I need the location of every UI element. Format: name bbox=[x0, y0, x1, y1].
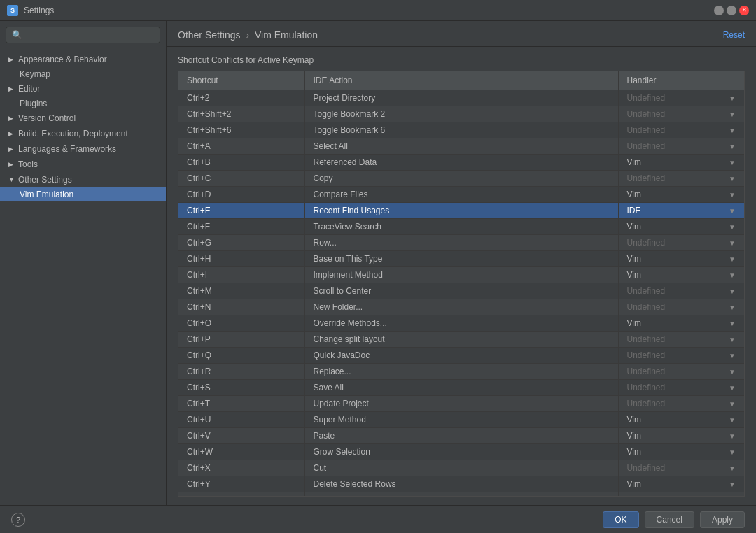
table-row[interactable]: Ctrl+BReferenced DataVim▼ bbox=[178, 155, 744, 171]
dropdown-arrow-icon[interactable]: ▼ bbox=[729, 400, 736, 408]
sidebar-item-other-settings[interactable]: ▼Other Settings bbox=[0, 172, 166, 187]
dropdown-arrow-icon[interactable]: ▼ bbox=[729, 384, 736, 392]
table-row[interactable]: Ctrl+OOverride Methods...Vim▼ bbox=[178, 315, 744, 332]
table-row[interactable]: Ctrl+CCopyUndefined▼ bbox=[178, 171, 744, 187]
sidebar-item-appearance[interactable]: ▶Appearance & Behavior bbox=[0, 52, 166, 67]
table-row[interactable]: Ctrl+VPasteVim▼ bbox=[178, 428, 744, 444]
cell-handler[interactable]: Vim▼ bbox=[618, 251, 744, 267]
help-button[interactable]: ? bbox=[11, 513, 25, 527]
table-row[interactable]: Ctrl+MScroll to CenterUndefined▼ bbox=[178, 283, 744, 299]
table-row[interactable]: Ctrl+Shift+6Toggle Bookmark 6Undefined▼ bbox=[178, 122, 744, 138]
cancel-button[interactable]: Cancel bbox=[645, 511, 694, 528]
cell-handler[interactable]: Undefined▼ bbox=[618, 106, 744, 122]
table-row[interactable]: Ctrl+左方括号Move Caret to Code Block StartV… bbox=[178, 492, 744, 497]
table-row[interactable]: Ctrl+PChange split layoutUndefined▼ bbox=[178, 332, 744, 348]
table-row[interactable]: Ctrl+NNew Folder...Undefined▼ bbox=[178, 299, 744, 315]
sidebar-item-vim-emulation[interactable]: Vim Emulation bbox=[0, 187, 166, 201]
dropdown-arrow-icon[interactable]: ▼ bbox=[729, 223, 736, 231]
sidebar-item-build-execution[interactable]: ▶Build, Execution, Deployment bbox=[0, 126, 166, 141]
dropdown-arrow-icon[interactable]: ▼ bbox=[729, 352, 736, 360]
close-button[interactable]: ✕ bbox=[739, 6, 749, 15]
sidebar-item-version-control[interactable]: ▶Version Control bbox=[0, 111, 166, 126]
table-row[interactable]: Ctrl+FTraceView SearchVim▼ bbox=[178, 219, 744, 235]
table-row[interactable]: Ctrl+ERecent Find UsagesIDE▼ bbox=[178, 203, 744, 219]
cell-handler[interactable]: Vim▼ bbox=[618, 476, 744, 492]
dropdown-arrow-icon[interactable]: ▼ bbox=[729, 432, 736, 440]
table-row[interactable]: Ctrl+ASelect AllUndefined▼ bbox=[178, 138, 744, 155]
sidebar-item-editor[interactable]: ▶Editor bbox=[0, 81, 166, 97]
dropdown-arrow-icon[interactable]: ▼ bbox=[729, 336, 736, 343]
table-container[interactable]: Shortcut IDE Action Handler Ctrl+2Projec… bbox=[178, 71, 745, 497]
dropdown-arrow-icon[interactable]: ▼ bbox=[729, 94, 736, 102]
cell-handler[interactable]: Vim▼ bbox=[618, 219, 744, 235]
dropdown-arrow-icon[interactable]: ▼ bbox=[729, 127, 736, 134]
minimize-button[interactable] bbox=[714, 6, 724, 15]
dropdown-arrow-icon[interactable]: ▼ bbox=[729, 191, 736, 199]
dropdown-arrow-icon[interactable]: ▼ bbox=[729, 368, 736, 376]
table-row[interactable]: Ctrl+TUpdate ProjectUndefined▼ bbox=[178, 396, 744, 412]
cell-handler[interactable]: Vim▼ bbox=[618, 428, 744, 444]
sidebar-item-languages[interactable]: ▶Languages & Frameworks bbox=[0, 141, 166, 157]
cell-handler[interactable]: Vim▼ bbox=[618, 315, 744, 332]
dropdown-arrow-icon[interactable]: ▼ bbox=[729, 159, 736, 166]
sidebar-item-plugins[interactable]: Plugins bbox=[0, 97, 166, 111]
cell-handler[interactable]: Undefined▼ bbox=[618, 396, 744, 412]
dropdown-arrow-icon[interactable]: ▼ bbox=[729, 304, 736, 311]
sidebar-item-tools[interactable]: ▶Tools bbox=[0, 157, 166, 172]
dropdown-arrow-icon[interactable]: ▼ bbox=[729, 111, 736, 118]
dropdown-arrow-icon[interactable]: ▼ bbox=[729, 464, 736, 472]
table-row[interactable]: Ctrl+RReplace...Undefined▼ bbox=[178, 364, 744, 380]
table-row[interactable]: Ctrl+USuper MethodVim▼ bbox=[178, 412, 744, 428]
cell-handler[interactable]: Undefined▼ bbox=[618, 122, 744, 138]
dropdown-arrow-icon[interactable]: ▼ bbox=[729, 255, 736, 263]
ok-button[interactable]: OK bbox=[603, 511, 638, 528]
cell-handler[interactable]: Vim▼ bbox=[618, 155, 744, 171]
table-row[interactable]: Ctrl+SSave AllUndefined▼ bbox=[178, 380, 744, 396]
maximize-button[interactable] bbox=[727, 6, 736, 15]
cell-action: Cut bbox=[304, 460, 618, 476]
cell-handler[interactable]: Undefined▼ bbox=[618, 348, 744, 364]
cell-handler[interactable]: Vim▼ bbox=[618, 492, 744, 497]
table-row[interactable]: Ctrl+2Project DirectoryUndefined▼ bbox=[178, 90, 744, 106]
cell-handler[interactable]: Undefined▼ bbox=[618, 283, 744, 299]
dropdown-arrow-icon[interactable]: ▼ bbox=[729, 287, 736, 295]
table-row[interactable]: Ctrl+DCompare FilesVim▼ bbox=[178, 187, 744, 203]
dropdown-arrow-icon[interactable]: ▼ bbox=[729, 207, 736, 215]
cell-handler[interactable]: Vim▼ bbox=[618, 267, 744, 283]
table-row[interactable]: Ctrl+HBase on This TypeVim▼ bbox=[178, 251, 744, 267]
cell-handler[interactable]: Undefined▼ bbox=[618, 332, 744, 348]
table-row[interactable]: Ctrl+QQuick JavaDocUndefined▼ bbox=[178, 348, 744, 364]
search-input[interactable] bbox=[27, 30, 154, 40]
cell-handler[interactable]: IDE▼ bbox=[618, 203, 744, 219]
cell-handler[interactable]: Undefined▼ bbox=[618, 460, 744, 476]
table-row[interactable]: Ctrl+Shift+2Toggle Bookmark 2Undefined▼ bbox=[178, 106, 744, 122]
dropdown-arrow-icon[interactable]: ▼ bbox=[729, 239, 736, 247]
cell-handler[interactable]: Undefined▼ bbox=[618, 171, 744, 187]
table-row[interactable]: Ctrl+YDelete Selected RowsVim▼ bbox=[178, 476, 744, 492]
dropdown-arrow-icon[interactable]: ▼ bbox=[729, 271, 736, 279]
table-row[interactable]: Ctrl+IImplement MethodVim▼ bbox=[178, 267, 744, 283]
dropdown-arrow-icon[interactable]: ▼ bbox=[729, 143, 736, 150]
dropdown-arrow-icon[interactable]: ▼ bbox=[729, 416, 736, 424]
arrow-icon: ▶ bbox=[8, 56, 14, 63]
cell-handler[interactable]: Undefined▼ bbox=[618, 380, 744, 396]
reset-button[interactable]: Reset bbox=[723, 30, 745, 40]
dropdown-arrow-icon[interactable]: ▼ bbox=[729, 320, 736, 327]
cell-handler[interactable]: Vim▼ bbox=[618, 412, 744, 428]
dropdown-arrow-icon[interactable]: ▼ bbox=[729, 481, 736, 488]
cell-handler[interactable]: Vim▼ bbox=[618, 187, 744, 203]
cell-handler[interactable]: Undefined▼ bbox=[618, 138, 744, 155]
apply-button[interactable]: Apply bbox=[700, 511, 745, 528]
search-box[interactable]: 🔍 bbox=[6, 27, 160, 43]
cell-handler[interactable]: Undefined▼ bbox=[618, 364, 744, 380]
sidebar-item-keymap[interactable]: Keymap bbox=[0, 67, 166, 81]
cell-handler[interactable]: Undefined▼ bbox=[618, 235, 744, 251]
table-row[interactable]: Ctrl+WGrow SelectionVim▼ bbox=[178, 444, 744, 460]
cell-handler[interactable]: Vim▼ bbox=[618, 444, 744, 460]
cell-handler[interactable]: Undefined▼ bbox=[618, 299, 744, 315]
cell-handler[interactable]: Undefined▼ bbox=[618, 90, 744, 106]
dropdown-arrow-icon[interactable]: ▼ bbox=[729, 448, 736, 456]
dropdown-arrow-icon[interactable]: ▼ bbox=[729, 175, 736, 183]
table-row[interactable]: Ctrl+GRow...Undefined▼ bbox=[178, 235, 744, 251]
table-row[interactable]: Ctrl+XCutUndefined▼ bbox=[178, 460, 744, 476]
